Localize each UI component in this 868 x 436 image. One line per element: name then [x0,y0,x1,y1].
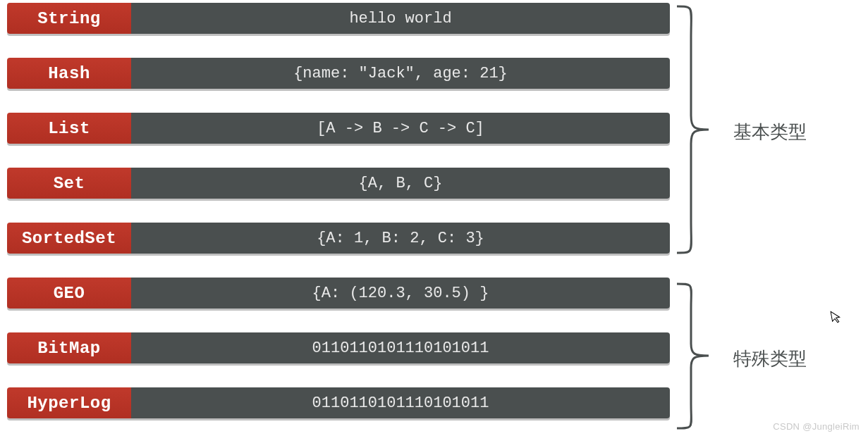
type-name: Set [7,168,131,199]
type-value: {A: 1, B: 2, C: 3} [131,223,670,254]
type-value: [A -> B -> C -> C] [131,113,670,144]
group-label-basic: 基本类型 [733,120,807,144]
type-value: 0110110101110101011 [131,332,670,363]
type-name: BitMap [7,332,131,363]
table-row: Set {A, B, C} [7,168,670,199]
brace-icon [670,3,719,256]
type-value: hello world [131,3,670,34]
brace-icon [670,280,719,432]
type-value: {A: (120.3, 30.5) } [131,278,670,309]
type-name: HyperLog [7,387,131,418]
type-value: {A, B, C} [131,168,670,199]
table-row: String hello world [7,3,670,34]
group-label-special: 特殊类型 [733,347,807,371]
group-special: GEO {A: (120.3, 30.5) } BitMap 011011010… [7,278,670,418]
rows-column: String hello world Hash {name: "Jack", a… [7,0,670,418]
table-row: Hash {name: "Jack", age: 21} [7,58,670,89]
type-name: GEO [7,278,131,309]
diagram-container: String hello world Hash {name: "Jack", a… [7,0,860,418]
table-row: List [A -> B -> C -> C] [7,113,670,144]
watermark: CSDN @JungleiRim [773,421,860,432]
type-name: String [7,3,131,34]
type-name: List [7,113,131,144]
table-row: BitMap 0110110101110101011 [7,332,670,363]
type-name: Hash [7,58,131,89]
labels-column: 基本类型 特殊类型 [726,0,853,418]
type-value: 0110110101110101011 [131,387,670,418]
type-value: {name: "Jack", age: 21} [131,58,670,89]
table-row: GEO {A: (120.3, 30.5) } [7,278,670,309]
type-name: SortedSet [7,223,131,254]
group-basic: String hello world Hash {name: "Jack", a… [7,3,670,254]
table-row: HyperLog 0110110101110101011 [7,387,670,418]
table-row: SortedSet {A: 1, B: 2, C: 3} [7,223,670,254]
braces-column [670,0,726,418]
